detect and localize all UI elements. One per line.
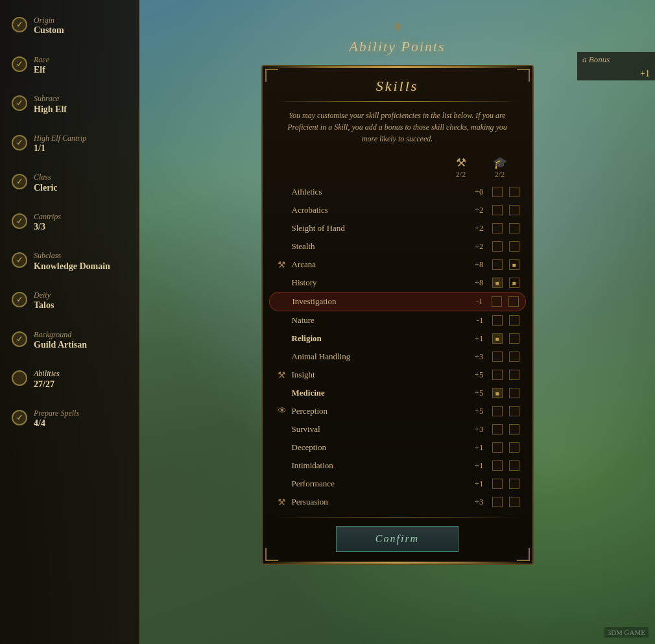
skill-cb2-athletics[interactable]	[509, 187, 519, 197]
sidebar-item-race[interactable]: ✓RaceElf	[6, 53, 132, 79]
skill-cb1-deception[interactable]	[492, 442, 503, 453]
sidebar-value-class: Cleric	[34, 182, 58, 194]
sidebar-check-race: ✓	[12, 56, 27, 72]
skill-cb1-history[interactable]	[492, 278, 503, 288]
skill-cb1-religion[interactable]	[492, 333, 503, 344]
col-header-proficiency: ⚒ 2/2	[451, 156, 471, 180]
sidebar-item-subrace[interactable]: ✓SubraceHigh Elf	[6, 91, 132, 118]
skill-cb2-deception[interactable]	[509, 442, 519, 453]
skill-cb1-stealth[interactable]	[492, 241, 503, 252]
skill-cb2-arcana[interactable]	[509, 259, 519, 270]
skill-cb1-athletics[interactable]	[492, 187, 503, 197]
sidebar-item-subclass[interactable]: ✓SubclassKnowledge Domain	[6, 248, 132, 275]
main-content: ⚜ Ability Points Skills You may customis…	[139, 0, 655, 644]
skill-icon-nature	[276, 314, 289, 327]
skill-name-animal-handling: Animal Handling	[292, 352, 461, 362]
sidebar-value-highelf-cantrip: 1/1	[34, 143, 86, 154]
sidebar-label-cantrips: Cantrips	[34, 212, 61, 221]
skill-row-medicine[interactable]: Medicine+5	[269, 384, 526, 402]
skill-cb2-survival[interactable]	[509, 424, 519, 435]
skill-row-religion[interactable]: Religion+1	[269, 329, 526, 348]
sidebar-value-abilities: 27/27	[34, 379, 60, 390]
skill-row-animal-handling[interactable]: Animal Handling+3	[269, 348, 526, 366]
skill-cb1-perception[interactable]	[492, 406, 503, 416]
sidebar-value-background: Guild Artisan	[34, 339, 87, 351]
skill-row-nature[interactable]: Nature-1	[269, 311, 526, 329]
skill-row-history[interactable]: History+8	[269, 274, 526, 292]
skill-row-intimidation[interactable]: Intimidation+1	[269, 457, 526, 475]
skill-cb1-survival[interactable]	[492, 424, 503, 435]
sidebar-label-prepare-spells: Prepare Spells	[34, 409, 79, 418]
panel-title: Skills	[263, 66, 532, 101]
expertise-icon: 🎓	[493, 156, 507, 170]
skill-cb1-intimidation[interactable]	[492, 460, 503, 471]
sidebar-item-origin[interactable]: ✓OriginCustom	[6, 13, 132, 40]
skill-row-survival[interactable]: Survival+3	[269, 420, 526, 438]
skill-icon-history	[276, 276, 289, 289]
skill-name-acrobatics: Acrobatics	[292, 205, 461, 215]
skill-cb2-religion[interactable]	[509, 333, 519, 344]
skill-cb1-nature[interactable]	[492, 315, 503, 326]
sidebar-check-cantrips: ✓	[12, 213, 27, 229]
sidebar-item-abilities[interactable]: Abilities27/27	[6, 366, 132, 393]
skill-cb1-sleight-of-hand[interactable]	[492, 223, 503, 233]
skill-name-sleight-of-hand: Sleight of Hand	[292, 223, 461, 233]
sidebar-item-class[interactable]: ✓ClassCleric	[6, 170, 132, 197]
confirm-button[interactable]: Confirm	[336, 526, 458, 552]
skill-cb1-arcana[interactable]	[492, 259, 503, 270]
skill-row-persuasion[interactable]: ⚒Persuasion+3	[269, 493, 526, 511]
skill-row-perception[interactable]: 👁Perception+5	[269, 402, 526, 420]
skill-row-insight[interactable]: ⚒Insight+5	[269, 366, 526, 384]
skill-cb2-sleight-of-hand[interactable]	[509, 223, 519, 233]
skill-row-deception[interactable]: Deception+1	[269, 438, 526, 457]
skill-row-acrobatics[interactable]: Acrobatics+2	[269, 201, 526, 219]
skill-name-arcana: Arcana	[292, 259, 461, 270]
sidebar-item-cantrips[interactable]: ✓Cantrips3/3	[6, 209, 132, 236]
skill-bonus-arcana: +8	[461, 259, 484, 270]
skill-bonus-religion: +1	[461, 333, 484, 344]
skill-row-stealth[interactable]: Stealth+2	[269, 237, 526, 256]
skill-cb2-animal-handling[interactable]	[509, 352, 519, 362]
sidebar: ✓OriginCustom✓RaceElf✓SubraceHigh Elf✓Hi…	[0, 0, 139, 644]
sidebar-item-background[interactable]: ✓BackgroundGuild Artisan	[6, 328, 132, 354]
skill-cb1-medicine[interactable]	[492, 388, 503, 398]
skill-row-arcana[interactable]: ⚒Arcana+8	[269, 256, 526, 274]
skill-row-sleight-of-hand[interactable]: Sleight of Hand+2	[269, 219, 526, 237]
right-panel-bonus: a Bonus +1	[577, 52, 655, 80]
skill-cb1-acrobatics[interactable]	[492, 205, 503, 215]
sidebar-item-deity[interactable]: ✓DeityTalos	[6, 288, 132, 315]
sidebar-item-prepare-spells[interactable]: ✓Prepare Spells4/4	[6, 406, 132, 433]
skill-cb2-acrobatics[interactable]	[509, 205, 519, 215]
skill-bonus-performance: +1	[461, 479, 484, 489]
skill-cb2-medicine[interactable]	[509, 388, 519, 398]
skill-cb1-performance[interactable]	[492, 479, 503, 489]
skill-bonus-insight: +5	[461, 370, 484, 380]
sidebar-label-subclass: Subclass	[34, 251, 110, 260]
watermark: 3DM GAME	[604, 627, 649, 638]
sidebar-label-abilities: Abilities	[34, 369, 60, 378]
sidebar-value-prepare-spells: 4/4	[34, 418, 79, 429]
skill-cb2-nature[interactable]	[509, 315, 519, 326]
skill-row-investigation[interactable]: Investigation-1	[269, 292, 526, 311]
skill-cb2-stealth[interactable]	[509, 241, 519, 252]
skill-bonus-acrobatics: +2	[461, 205, 484, 215]
skill-cb2-history[interactable]	[509, 278, 519, 288]
skill-cb2-performance[interactable]	[509, 479, 519, 489]
skill-cb2-persuasion[interactable]	[509, 497, 519, 507]
column-headers: ⚒ 2/2 🎓 2/2	[263, 152, 523, 183]
sidebar-item-highelf-cantrip[interactable]: ✓High Elf Cantrip1/1	[6, 131, 132, 158]
skill-bonus-nature: -1	[461, 315, 484, 326]
skill-cb1-animal-handling[interactable]	[492, 352, 503, 362]
skill-bonus-athletics: +0	[461, 187, 484, 197]
skill-cb1-investigation[interactable]	[492, 296, 502, 307]
sidebar-label-background: Background	[34, 330, 87, 339]
skill-icon-religion	[276, 332, 289, 345]
skill-cb2-investigation[interactable]	[508, 296, 519, 307]
skill-cb1-insight[interactable]	[492, 370, 503, 380]
skill-cb2-insight[interactable]	[509, 370, 519, 380]
skill-cb2-intimidation[interactable]	[509, 460, 519, 471]
skill-cb1-persuasion[interactable]	[492, 497, 503, 507]
skill-row-athletics[interactable]: Athletics+0	[269, 183, 526, 201]
skill-cb2-perception[interactable]	[509, 406, 519, 416]
skill-row-performance[interactable]: Performance+1	[269, 475, 526, 493]
